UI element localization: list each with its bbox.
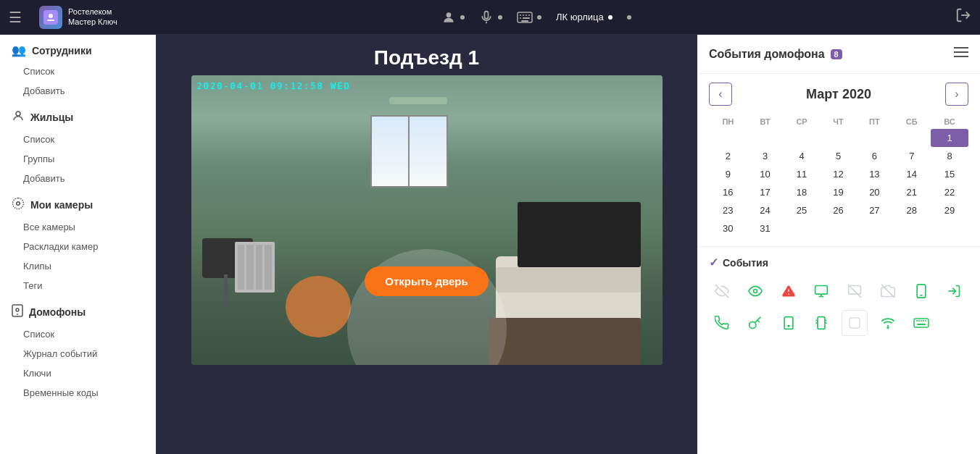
calendar-day (856, 129, 892, 147)
nav-face[interactable] (441, 10, 465, 25)
calendar-day[interactable]: 11 (783, 165, 820, 183)
calendar-day[interactable]: 29 (931, 201, 968, 219)
weekday-fri: ПТ (856, 114, 892, 129)
calendar-nav: ‹ Март 2020 › (709, 83, 968, 106)
calendar-day (821, 219, 857, 237)
calendar-day[interactable]: 14 (892, 165, 931, 183)
calendar-day[interactable]: 6 (856, 147, 892, 165)
calendar-day[interactable]: 30 (709, 219, 747, 237)
camera-tv (518, 202, 641, 267)
sidebar-item-tags[interactable]: Теги (0, 276, 156, 295)
event-icon-screen-crossed[interactable] (842, 278, 868, 304)
svg-point-26 (788, 293, 789, 295)
sidebar-item-all-cameras[interactable]: Все камеры (0, 217, 156, 237)
event-icon-eye[interactable] (742, 278, 768, 304)
logo-text: Ростелеком Мастер Ключ (68, 7, 117, 26)
calendar-prev-button[interactable]: ‹ (709, 83, 732, 106)
calendar-day[interactable]: 10 (747, 165, 784, 183)
right-panel: События домофона 8 ‹ Март 2020 › (697, 35, 980, 454)
event-icon-key[interactable] (742, 310, 768, 336)
nav-mic[interactable] (479, 10, 502, 25)
events-title: События (723, 257, 768, 269)
calendar-day[interactable]: 1 (931, 129, 968, 147)
sidebar-item-temp-codes[interactable]: Временные коды (0, 383, 156, 403)
sidebar-item-employees-list[interactable]: Список (0, 62, 156, 81)
calendar-day[interactable]: 19 (821, 183, 857, 201)
calendar-day[interactable]: 12 (821, 165, 857, 183)
calendar-day[interactable]: 21 (892, 183, 931, 201)
sidebar: 👥 Сотрудники Список Добавить Жильцы Спис… (0, 35, 156, 454)
calendar-day[interactable]: 16 (709, 183, 747, 201)
calendar-day[interactable]: 25 (783, 201, 820, 219)
calendar-day[interactable]: 8 (931, 147, 968, 165)
svg-line-32 (881, 285, 894, 298)
calendar-day[interactable]: 17 (747, 183, 784, 201)
menu-icon[interactable]: ☰ (9, 9, 22, 26)
calendar-day[interactable]: 22 (931, 183, 968, 201)
sidebar-section-residents: Жильцы (0, 101, 156, 130)
camera-shelf (489, 318, 641, 365)
event-icon-alert[interactable] (776, 278, 802, 304)
calendar-day[interactable]: 23 (709, 201, 747, 219)
svg-rect-37 (784, 317, 793, 329)
calendar-day[interactable]: 5 (821, 147, 857, 165)
event-icon-screen[interactable] (808, 278, 834, 304)
sidebar-item-employees-add[interactable]: Добавить (0, 81, 156, 101)
cameras-label: Мои камеры (30, 199, 93, 211)
panel-menu-icon[interactable] (954, 46, 968, 62)
weekday-sat: СБ (892, 114, 931, 129)
sidebar-item-residents-add[interactable]: Добавить (0, 169, 156, 188)
calendar-next-button[interactable]: › (945, 83, 968, 106)
calendar-day (783, 219, 820, 237)
event-icon-camera-crossed[interactable] (875, 278, 901, 304)
calendar-day[interactable]: 9 (709, 165, 747, 183)
event-icon-arrow-enter[interactable] (941, 278, 967, 304)
sidebar-item-event-log[interactable]: Журнал событий (0, 344, 156, 363)
event-icon-phone-buzz[interactable] (808, 310, 834, 336)
calendar-day[interactable]: 26 (821, 201, 857, 219)
event-icon-mobile[interactable] (908, 278, 934, 304)
camera-feed: 2020-04-01 09:12:58 WED Открыть дверь (191, 75, 663, 365)
nav-lk[interactable]: ЛК юрлица (556, 12, 612, 22)
calendar-day[interactable]: 7 (892, 147, 931, 165)
svg-rect-27 (815, 286, 828, 295)
nav-keyboard[interactable] (517, 12, 541, 23)
calendar-day[interactable]: 15 (931, 165, 968, 183)
sidebar-item-intercoms-list[interactable]: Список (0, 324, 156, 344)
calendar-day[interactable]: 2 (709, 147, 747, 165)
weekday-tue: ВТ (747, 114, 784, 129)
calendar-day (747, 129, 784, 147)
calendar-day[interactable]: 27 (856, 201, 892, 219)
event-icon-keyboard2[interactable] (908, 310, 934, 336)
sidebar-item-residents-groups[interactable]: Группы (0, 149, 156, 169)
calendar-day[interactable]: 18 (783, 183, 820, 201)
event-icon-phone-open[interactable] (776, 310, 802, 336)
employees-icon: 👥 (12, 43, 26, 57)
calendar-day[interactable]: 13 (856, 165, 892, 183)
sidebar-item-camera-layouts[interactable]: Раскладки камер (0, 237, 156, 256)
svg-rect-39 (818, 317, 825, 329)
event-icon-white-square[interactable] (842, 310, 868, 336)
exit-icon[interactable] (955, 7, 971, 27)
sidebar-item-residents-list[interactable]: Список (0, 130, 156, 149)
camera-timestamp: 2020-04-01 09:12:58 WED (197, 81, 351, 91)
calendar-day[interactable]: 28 (892, 201, 931, 219)
open-door-button[interactable]: Открыть дверь (365, 266, 489, 296)
event-icon-eye-crossed[interactable] (709, 278, 735, 304)
calendar-day[interactable]: 31 (747, 219, 784, 237)
svg-rect-4 (484, 11, 488, 18)
sidebar-item-clips[interactable]: Клипы (0, 256, 156, 276)
intercoms-icon (12, 304, 23, 320)
sidebar-section-cameras: Мои камеры (0, 188, 156, 217)
event-icon-phone[interactable] (709, 310, 735, 336)
svg-point-18 (16, 308, 19, 311)
calendar-day[interactable]: 4 (783, 147, 820, 165)
nav-extra[interactable] (627, 15, 631, 20)
sidebar-item-keys[interactable]: Ключи (0, 363, 156, 383)
event-icon-signal[interactable] (875, 310, 901, 336)
residents-label: Жильцы (30, 112, 73, 123)
svg-line-31 (848, 285, 861, 298)
calendar-day[interactable]: 3 (747, 147, 784, 165)
calendar-day[interactable]: 20 (856, 183, 892, 201)
calendar-day[interactable]: 24 (747, 201, 784, 219)
